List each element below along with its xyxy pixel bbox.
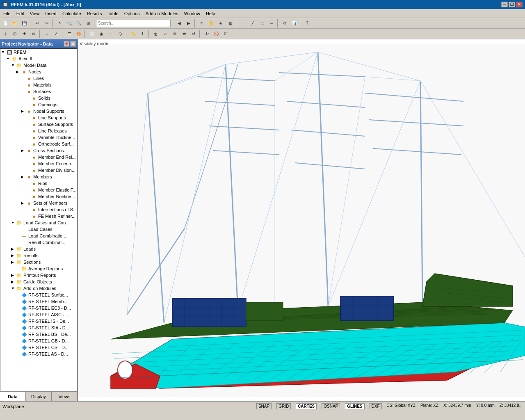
tree-item-loads[interactable]: ▶ 📁 Loads <box>0 246 77 252</box>
expand-rfem[interactable]: ▼ <box>1 50 6 54</box>
tree-item-printout-reports[interactable]: ▶ 📁 Printout Reports <box>0 272 77 278</box>
tb-help[interactable]: ? <box>303 19 312 28</box>
osnap-button[interactable]: OSNAP <box>322 403 340 409</box>
tree-item-rf-steel-sia[interactable]: 🔷 RF-STEEL SIA - D... <box>0 324 77 331</box>
menu-calculate[interactable]: Calculate <box>60 10 84 17</box>
panel-pin-button[interactable]: 📌 <box>64 41 69 47</box>
tree-item-nodes[interactable]: ▶ ■ Nodes <box>0 68 77 75</box>
tb2-section[interactable]: ⬜ <box>87 30 96 39</box>
close-button[interactable]: ✕ <box>516 2 523 7</box>
tb-zoom-in[interactable]: 🔍 <box>65 19 74 28</box>
tb2-layer[interactable]: ☰ <box>65 30 74 39</box>
tb2-delete[interactable]: 🗑 <box>151 30 160 39</box>
tree-item-lines[interactable]: ■ Lines <box>0 75 77 82</box>
tree-item-sets-of-members[interactable]: ▶ ■ Sets of Members <box>0 200 77 206</box>
tree-item-openings[interactable]: ■ Openings <box>0 101 77 108</box>
tree-item-member-nonline[interactable]: ■ Member Nonline... <box>0 193 77 200</box>
tb-select[interactable]: ↖ <box>55 19 64 28</box>
tree-item-rf-steel-as[interactable]: 🔷 RF-STEEL AS - D... <box>0 351 77 357</box>
menu-edit[interactable]: Edit <box>14 10 27 17</box>
tree-item-results[interactable]: ▶ 📁 Results <box>0 252 77 259</box>
tree-item-project[interactable]: ▼ 📁 Alex_II <box>0 55 77 62</box>
tb-pan[interactable]: ✋ <box>207 19 216 28</box>
tree-item-rf-steel-cs[interactable]: 🔷 RF-STEEL CS - D... <box>0 344 77 351</box>
restore-button[interactable]: ❐ <box>509 2 515 7</box>
tb-redo[interactable]: ↪ <box>42 19 51 28</box>
tree-item-variable-thickness[interactable]: ■ Variable Thickne... <box>0 134 77 141</box>
expand-nodes[interactable]: ▶ <box>16 70 21 74</box>
tab-display[interactable]: Display <box>26 392 52 401</box>
expand-model-data[interactable]: ▼ <box>11 63 16 67</box>
tree-item-line-supports[interactable]: ■ Line Supports <box>0 114 77 121</box>
tree-item-load-combinations[interactable]: — Load Combinatio... <box>0 233 77 239</box>
menu-help[interactable]: Help <box>203 10 218 17</box>
tree-item-member-elastic[interactable]: ■ Member Elastic F... <box>0 187 77 193</box>
tree-item-surface-supports[interactable]: ■ Surface Supports <box>0 121 77 128</box>
tb-undo[interactable]: ↩ <box>33 19 42 28</box>
tb2-line2[interactable]: ─ <box>106 30 115 39</box>
menu-file[interactable]: File <box>1 10 13 17</box>
tree-item-intersections[interactable]: ■ Intersections of S... <box>0 206 77 213</box>
tb2-measure[interactable]: 📏 <box>129 30 138 39</box>
tree-item-rfem[interactable]: ▼ 🔲 RFEM <box>0 49 77 55</box>
tb2-select2[interactable]: ☑ <box>221 30 230 39</box>
tb-zoom-all[interactable]: ⊞ <box>84 19 93 28</box>
tree-item-model-data[interactable]: ▼ 📁 Model Data <box>0 62 77 68</box>
glines-button[interactable]: GLINES <box>345 403 364 409</box>
tree-item-rf-steel-bs[interactable]: 🔷 RF-STEEL BS - De... <box>0 331 77 338</box>
cartes-button[interactable]: CARTES <box>296 403 317 409</box>
tb2-poly[interactable]: ⬡ <box>116 30 125 39</box>
tree-item-load-cases-con[interactable]: ▼ 📁 Load Cases and Con... <box>0 219 77 226</box>
tb-calc[interactable]: ⚙ <box>280 19 289 28</box>
tb2-snap[interactable]: ⊹ <box>1 30 10 39</box>
tb2-cross[interactable]: ✚ <box>20 30 29 39</box>
tree-item-member-eccentr[interactable]: ■ Member Eccentr... <box>0 160 77 167</box>
dxf-button[interactable]: DXF <box>370 403 382 409</box>
tree-item-rf-steel-is[interactable]: 🔷 RF-STEEL IS - De... <box>0 318 77 324</box>
tree-item-line-releases[interactable]: ■ Line Releases <box>0 128 77 134</box>
minimize-button[interactable]: ─ <box>501 2 508 7</box>
tb-member[interactable]: ━ <box>267 19 276 28</box>
tree-item-rf-steel-gb[interactable]: 🔷 RF-STEEL GB - D... <box>0 338 77 344</box>
menu-window[interactable]: Window <box>182 10 203 17</box>
tb2-dim[interactable]: ↔ <box>42 30 51 39</box>
tb-line[interactable]: ╱ <box>248 19 257 28</box>
tb-results-show[interactable]: 📊 <box>290 19 299 28</box>
tree-item-guide-objects[interactable]: ▶ 📁 Guide Objects <box>0 278 77 285</box>
tb2-grid[interactable]: ⊞ <box>10 30 19 39</box>
tree-item-cross-sections[interactable]: ▶ ■ Cross-Sections <box>0 147 77 154</box>
tb2-hide[interactable]: 🚫 <box>212 30 221 39</box>
tb-save[interactable]: 💾 <box>20 19 29 28</box>
menu-options[interactable]: Options <box>122 10 142 17</box>
tb-nav-next[interactable]: ▶ <box>184 19 193 28</box>
tree-item-sections[interactable]: ▶ 📁 Sections <box>0 259 77 265</box>
3d-canvas[interactable] <box>78 39 525 401</box>
tree-item-rf-steel-surface[interactable]: 🔷 RF-STEEL Surfac... <box>0 292 77 298</box>
tab-views[interactable]: Views <box>52 392 78 401</box>
3d-view-area[interactable]: Visibility mode <box>78 39 525 401</box>
tree-item-rf-steel-memb[interactable]: 🔷 RF-STEEL Memb... <box>0 298 77 305</box>
tree-item-surfaces[interactable]: ■ Surfaces <box>0 88 77 95</box>
tb2-info[interactable]: ℹ <box>138 30 147 39</box>
tree-item-member-division[interactable]: ■ Member Division... <box>0 167 77 173</box>
tb2-move[interactable]: ⤢ <box>161 30 170 39</box>
tree-item-member-end-rel[interactable]: ■ Member End Rel... <box>0 154 77 160</box>
tree-item-rf-steel-aisc[interactable]: 🔷 RF-STEEL AISC - ... <box>0 311 77 318</box>
tb-surface[interactable]: ▭ <box>258 19 267 28</box>
tb2-point[interactable]: ◉ <box>97 30 106 39</box>
tb-rotate[interactable]: ↻ <box>197 19 206 28</box>
tb-open[interactable]: 📂 <box>10 19 19 28</box>
tb-nav-prev[interactable]: ◀ <box>175 19 184 28</box>
tb2-visibility[interactable]: 👁 <box>202 30 211 39</box>
tb2-mirror[interactable]: ⇄ <box>180 30 189 39</box>
menu-insert[interactable]: Insert <box>43 10 59 17</box>
tb-zoom-out[interactable]: 🔍 <box>74 19 83 28</box>
tree-item-ribs[interactable]: ■ Ribs <box>0 180 77 187</box>
tree-item-members[interactable]: ▶ ■ Members <box>0 173 77 180</box>
tree-item-average-regions[interactable]: 📁 Average Regions <box>0 265 77 272</box>
tree-item-materials[interactable]: ■ Materials <box>0 82 77 88</box>
tb2-color[interactable]: 🎨 <box>74 30 83 39</box>
tree-area[interactable]: ▼ 🔲 RFEM ▼ 📁 Alex_II ▼ 📁 Model Data <box>0 48 78 391</box>
tb-new[interactable]: 📄 <box>1 19 10 28</box>
tb-render[interactable]: ▦ <box>226 19 235 28</box>
